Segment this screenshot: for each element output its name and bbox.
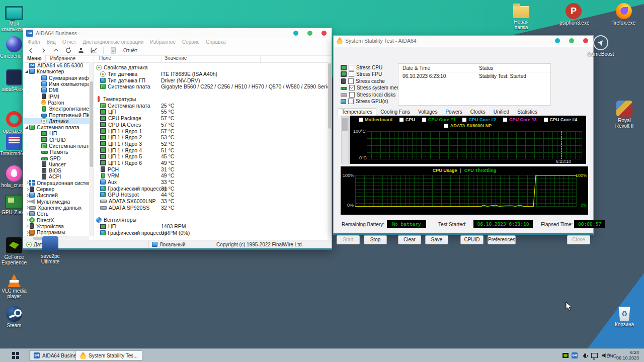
aida64-tray-icon[interactable]: 64 (572, 349, 578, 362)
closed-expander-icon[interactable] (24, 231, 29, 234)
report-icon[interactable] (109, 47, 117, 54)
tree-item[interactable]: Разгон (23, 100, 89, 106)
closed-expander-icon[interactable] (24, 219, 29, 221)
taskbar-button-sst[interactable]: System Stability Tes... (75, 350, 142, 360)
tree-item[interactable]: Устройства (23, 223, 89, 229)
tree-item[interactable]: Системная плата (23, 143, 89, 149)
preferences-button[interactable]: Preferences (488, 235, 516, 244)
stress-option-gpu[interactable]: Stress GPU(s) (341, 99, 388, 104)
menu-item[interactable]: Дистанционные операции (83, 39, 143, 45)
legend-checkbox[interactable] (462, 118, 466, 122)
closed-expander-icon[interactable] (24, 213, 29, 215)
tree-item[interactable]: Электропитание (23, 106, 89, 112)
tab-voltages[interactable]: Voltages (414, 108, 441, 116)
tree-item[interactable]: Дисплей (23, 192, 89, 198)
maximize-button[interactable] (569, 38, 574, 43)
tree-item[interactable]: CPUID (23, 137, 89, 143)
tree-item[interactable]: Имя компьютера (23, 81, 89, 87)
tree-item[interactable]: Память (23, 149, 89, 155)
menu-item[interactable]: Отчёт (62, 39, 76, 45)
network-tray-icon[interactable] (591, 349, 598, 362)
tree-item[interactable]: Компьютер (23, 68, 89, 74)
tree-item[interactable]: 64AIDA64 v6.85.6300 (23, 62, 89, 68)
closed-expander-icon[interactable] (24, 225, 29, 227)
tree-item[interactable]: ACPI (23, 173, 89, 179)
save-button[interactable]: Save (425, 235, 448, 244)
tree-item[interactable]: Сеть (23, 211, 89, 217)
closed-expander-icon[interactable] (24, 194, 29, 197)
tab-powers[interactable]: Powers (441, 108, 466, 116)
tree-item[interactable]: DMI (23, 87, 89, 93)
open-expander-icon[interactable] (24, 126, 29, 129)
microphone-tray-icon[interactable] (583, 349, 588, 362)
minimize-button[interactable] (293, 31, 298, 36)
checkbox[interactable] (348, 78, 354, 84)
desktop-icon-firefox[interactable]: firefox.exe (610, 3, 638, 26)
menu-item[interactable]: Избранное (150, 39, 176, 45)
open-expander-icon[interactable] (24, 70, 29, 73)
tree-vertical-scrollbar[interactable] (89, 62, 94, 236)
desktop-icon-psiphon[interactable]: Ppsiphon3.exe (559, 3, 588, 26)
tree-item[interactable]: IPMI (23, 93, 89, 99)
close-button[interactable] (321, 31, 327, 36)
stress-option-disk[interactable]: Stress local disks (341, 92, 395, 98)
tree-item[interactable]: BIOS (23, 167, 89, 173)
tab-temperatures[interactable]: Temperatures (338, 108, 376, 116)
desktop-icon-vlc[interactable]: VLC media player (0, 273, 28, 299)
tree-item[interactable]: Программы (23, 229, 89, 235)
tab-clocks[interactable]: Clocks (466, 108, 490, 116)
legend-checkbox[interactable] (359, 118, 363, 122)
tree-item[interactable]: XDirectX (23, 217, 89, 223)
desktop-icon-folder[interactable]: Новая папка (507, 3, 535, 30)
start-button[interactable] (12, 352, 19, 359)
menu-item[interactable]: Файл (28, 39, 40, 45)
tree-item[interactable]: SPD (23, 155, 89, 161)
closed-expander-icon[interactable] (24, 182, 29, 184)
stress-option-cpu[interactable]: Stress CPU (341, 65, 382, 70)
desktop-icon-steam[interactable]: Steam (0, 306, 28, 328)
tree-item[interactable]: Чипсет (23, 161, 89, 167)
aida64-titlebar[interactable]: 64 AIDA64 Business (23, 28, 332, 38)
desktop-icon-save2pc[interactable]: save2pc Ultimate (36, 236, 64, 264)
desktop-icon-gameboost[interactable]: GameBoost (587, 35, 615, 57)
maximize-button[interactable] (307, 31, 312, 36)
user-icon[interactable] (77, 47, 85, 54)
desktop-icon-recycle[interactable]: ♻Корзина (610, 306, 638, 327)
closed-expander-icon[interactable] (24, 200, 29, 203)
stop-button[interactable]: Stop (364, 235, 387, 244)
tree-item[interactable]: Суммарная инфор (23, 75, 89, 81)
legend-checkbox[interactable] (399, 118, 404, 122)
legend-checkbox[interactable] (422, 118, 426, 122)
report-button[interactable]: Отчёт (123, 48, 137, 53)
back-icon[interactable] (27, 47, 35, 54)
nvidia-tray-icon[interactable] (562, 349, 569, 362)
checkbox[interactable] (349, 71, 354, 77)
legend-checkbox[interactable] (444, 124, 448, 128)
menu-item[interactable]: Сервис (182, 39, 199, 45)
checkbox[interactable] (349, 85, 355, 90)
tree-item[interactable]: ЦП (23, 130, 89, 136)
tab-cooling-fans[interactable]: Cooling Fans (376, 108, 414, 116)
cpuid-button[interactable]: CPUID (460, 235, 484, 244)
tree-item[interactable]: Системная плата (23, 124, 89, 130)
menu-item[interactable]: Вид (47, 39, 56, 45)
tab-menu[interactable]: Меню (23, 55, 46, 62)
minimize-button[interactable] (555, 38, 560, 43)
legend-checkbox[interactable] (503, 118, 507, 122)
clear-button[interactable]: Clear (398, 235, 421, 244)
stress-option-fpu[interactable]: Stress FPU (341, 71, 382, 77)
sst-titlebar[interactable]: System Stability Test - AIDA64 (334, 36, 593, 46)
chart-icon[interactable] (90, 47, 98, 54)
tree-item[interactable]: Хранение данных (23, 205, 89, 211)
refresh-icon[interactable] (64, 47, 72, 54)
tree-item[interactable]: Портативный ПК (23, 112, 89, 118)
content-vertical-scrollbar[interactable] (328, 62, 332, 240)
closed-expander-icon[interactable] (24, 206, 29, 209)
legend-checkbox[interactable] (544, 118, 548, 122)
tree-item[interactable]: Операционная систем (23, 180, 89, 186)
graph-scrollbar[interactable] (341, 116, 349, 164)
checkbox[interactable] (349, 65, 354, 70)
forward-icon[interactable] (39, 47, 47, 54)
tree-item[interactable]: Мультимедиа (23, 199, 89, 205)
menu-item[interactable]: Справка (206, 39, 225, 45)
